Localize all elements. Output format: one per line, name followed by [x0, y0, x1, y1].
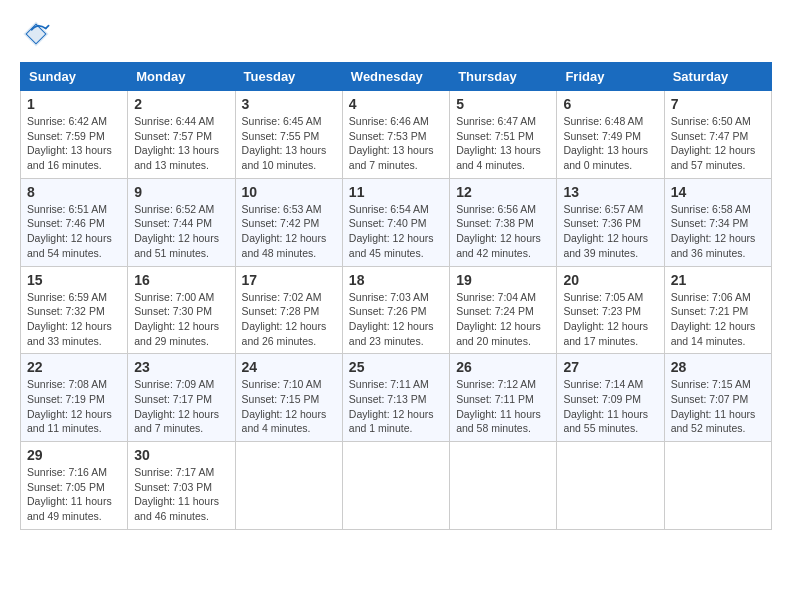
calendar-cell: 19 Sunrise: 7:04 AMSunset: 7:24 PMDaylig…: [450, 266, 557, 354]
day-number: 18: [349, 272, 443, 288]
calendar-cell: 5 Sunrise: 6:47 AMSunset: 7:51 PMDayligh…: [450, 91, 557, 179]
day-detail: Sunrise: 7:08 AMSunset: 7:19 PMDaylight:…: [27, 377, 121, 436]
day-detail: Sunrise: 7:03 AMSunset: 7:26 PMDaylight:…: [349, 290, 443, 349]
calendar-cell: 24 Sunrise: 7:10 AMSunset: 7:15 PMDaylig…: [235, 354, 342, 442]
calendar-cell: 7 Sunrise: 6:50 AMSunset: 7:47 PMDayligh…: [664, 91, 771, 179]
day-number: 8: [27, 184, 121, 200]
calendar-week-row: 15 Sunrise: 6:59 AMSunset: 7:32 PMDaylig…: [21, 266, 772, 354]
day-number: 13: [563, 184, 657, 200]
day-detail: Sunrise: 7:10 AMSunset: 7:15 PMDaylight:…: [242, 377, 336, 436]
day-detail: Sunrise: 6:54 AMSunset: 7:40 PMDaylight:…: [349, 202, 443, 261]
calendar-week-row: 29 Sunrise: 7:16 AMSunset: 7:05 PMDaylig…: [21, 442, 772, 530]
day-detail: Sunrise: 7:15 AMSunset: 7:07 PMDaylight:…: [671, 377, 765, 436]
day-number: 17: [242, 272, 336, 288]
day-detail: Sunrise: 6:48 AMSunset: 7:49 PMDaylight:…: [563, 114, 657, 173]
day-detail: Sunrise: 7:02 AMSunset: 7:28 PMDaylight:…: [242, 290, 336, 349]
day-number: 4: [349, 96, 443, 112]
calendar-cell: 1 Sunrise: 6:42 AMSunset: 7:59 PMDayligh…: [21, 91, 128, 179]
day-number: 1: [27, 96, 121, 112]
calendar-cell: 8 Sunrise: 6:51 AMSunset: 7:46 PMDayligh…: [21, 178, 128, 266]
day-detail: Sunrise: 7:17 AMSunset: 7:03 PMDaylight:…: [134, 465, 228, 524]
calendar-week-row: 1 Sunrise: 6:42 AMSunset: 7:59 PMDayligh…: [21, 91, 772, 179]
calendar-week-row: 22 Sunrise: 7:08 AMSunset: 7:19 PMDaylig…: [21, 354, 772, 442]
day-number: 20: [563, 272, 657, 288]
calendar-cell: 27 Sunrise: 7:14 AMSunset: 7:09 PMDaylig…: [557, 354, 664, 442]
calendar-cell: 26 Sunrise: 7:12 AMSunset: 7:11 PMDaylig…: [450, 354, 557, 442]
page-header: [20, 20, 772, 52]
calendar-cell: 18 Sunrise: 7:03 AMSunset: 7:26 PMDaylig…: [342, 266, 449, 354]
day-number: 30: [134, 447, 228, 463]
calendar-cell: 3 Sunrise: 6:45 AMSunset: 7:55 PMDayligh…: [235, 91, 342, 179]
calendar-cell: 16 Sunrise: 7:00 AMSunset: 7:30 PMDaylig…: [128, 266, 235, 354]
day-detail: Sunrise: 6:42 AMSunset: 7:59 PMDaylight:…: [27, 114, 121, 173]
day-detail: Sunrise: 6:53 AMSunset: 7:42 PMDaylight:…: [242, 202, 336, 261]
day-number: 19: [456, 272, 550, 288]
calendar-cell: 22 Sunrise: 7:08 AMSunset: 7:19 PMDaylig…: [21, 354, 128, 442]
calendar-cell: 21 Sunrise: 7:06 AMSunset: 7:21 PMDaylig…: [664, 266, 771, 354]
day-detail: Sunrise: 6:56 AMSunset: 7:38 PMDaylight:…: [456, 202, 550, 261]
day-number: 3: [242, 96, 336, 112]
day-number: 14: [671, 184, 765, 200]
calendar-cell: 10 Sunrise: 6:53 AMSunset: 7:42 PMDaylig…: [235, 178, 342, 266]
calendar-cell: 12 Sunrise: 6:56 AMSunset: 7:38 PMDaylig…: [450, 178, 557, 266]
calendar-cell: [450, 442, 557, 530]
day-detail: Sunrise: 6:57 AMSunset: 7:36 PMDaylight:…: [563, 202, 657, 261]
col-sunday: Sunday: [21, 63, 128, 91]
calendar-cell: 28 Sunrise: 7:15 AMSunset: 7:07 PMDaylig…: [664, 354, 771, 442]
day-number: 24: [242, 359, 336, 375]
day-detail: Sunrise: 7:00 AMSunset: 7:30 PMDaylight:…: [134, 290, 228, 349]
calendar-cell: [557, 442, 664, 530]
col-wednesday: Wednesday: [342, 63, 449, 91]
col-saturday: Saturday: [664, 63, 771, 91]
day-number: 2: [134, 96, 228, 112]
calendar-cell: 9 Sunrise: 6:52 AMSunset: 7:44 PMDayligh…: [128, 178, 235, 266]
day-detail: Sunrise: 7:12 AMSunset: 7:11 PMDaylight:…: [456, 377, 550, 436]
day-number: 5: [456, 96, 550, 112]
day-number: 16: [134, 272, 228, 288]
day-number: 25: [349, 359, 443, 375]
svg-marker-0: [23, 21, 48, 46]
calendar-cell: 20 Sunrise: 7:05 AMSunset: 7:23 PMDaylig…: [557, 266, 664, 354]
day-detail: Sunrise: 7:05 AMSunset: 7:23 PMDaylight:…: [563, 290, 657, 349]
day-detail: Sunrise: 6:45 AMSunset: 7:55 PMDaylight:…: [242, 114, 336, 173]
calendar-cell: 15 Sunrise: 6:59 AMSunset: 7:32 PMDaylig…: [21, 266, 128, 354]
day-number: 11: [349, 184, 443, 200]
calendar-cell: 29 Sunrise: 7:16 AMSunset: 7:05 PMDaylig…: [21, 442, 128, 530]
day-number: 21: [671, 272, 765, 288]
calendar-cell: 14 Sunrise: 6:58 AMSunset: 7:34 PMDaylig…: [664, 178, 771, 266]
calendar-cell: 11 Sunrise: 6:54 AMSunset: 7:40 PMDaylig…: [342, 178, 449, 266]
day-detail: Sunrise: 6:59 AMSunset: 7:32 PMDaylight:…: [27, 290, 121, 349]
day-number: 28: [671, 359, 765, 375]
calendar-cell: [235, 442, 342, 530]
calendar-cell: [664, 442, 771, 530]
day-number: 23: [134, 359, 228, 375]
day-number: 9: [134, 184, 228, 200]
calendar-cell: 13 Sunrise: 6:57 AMSunset: 7:36 PMDaylig…: [557, 178, 664, 266]
day-number: 7: [671, 96, 765, 112]
day-detail: Sunrise: 7:16 AMSunset: 7:05 PMDaylight:…: [27, 465, 121, 524]
day-detail: Sunrise: 6:50 AMSunset: 7:47 PMDaylight:…: [671, 114, 765, 173]
col-tuesday: Tuesday: [235, 63, 342, 91]
col-monday: Monday: [128, 63, 235, 91]
calendar-cell: 23 Sunrise: 7:09 AMSunset: 7:17 PMDaylig…: [128, 354, 235, 442]
calendar-cell: 2 Sunrise: 6:44 AMSunset: 7:57 PMDayligh…: [128, 91, 235, 179]
day-detail: Sunrise: 7:04 AMSunset: 7:24 PMDaylight:…: [456, 290, 550, 349]
calendar-table: Sunday Monday Tuesday Wednesday Thursday…: [20, 62, 772, 530]
calendar-cell: 17 Sunrise: 7:02 AMSunset: 7:28 PMDaylig…: [235, 266, 342, 354]
calendar-cell: 30 Sunrise: 7:17 AMSunset: 7:03 PMDaylig…: [128, 442, 235, 530]
day-number: 15: [27, 272, 121, 288]
calendar-cell: 6 Sunrise: 6:48 AMSunset: 7:49 PMDayligh…: [557, 91, 664, 179]
day-detail: Sunrise: 6:44 AMSunset: 7:57 PMDaylight:…: [134, 114, 228, 173]
day-detail: Sunrise: 7:06 AMSunset: 7:21 PMDaylight:…: [671, 290, 765, 349]
day-detail: Sunrise: 7:09 AMSunset: 7:17 PMDaylight:…: [134, 377, 228, 436]
day-detail: Sunrise: 6:51 AMSunset: 7:46 PMDaylight:…: [27, 202, 121, 261]
calendar-cell: [342, 442, 449, 530]
day-detail: Sunrise: 6:52 AMSunset: 7:44 PMDaylight:…: [134, 202, 228, 261]
day-number: 29: [27, 447, 121, 463]
day-number: 27: [563, 359, 657, 375]
calendar-week-row: 8 Sunrise: 6:51 AMSunset: 7:46 PMDayligh…: [21, 178, 772, 266]
calendar-cell: 4 Sunrise: 6:46 AMSunset: 7:53 PMDayligh…: [342, 91, 449, 179]
logo-icon: [22, 20, 50, 48]
col-thursday: Thursday: [450, 63, 557, 91]
day-number: 22: [27, 359, 121, 375]
